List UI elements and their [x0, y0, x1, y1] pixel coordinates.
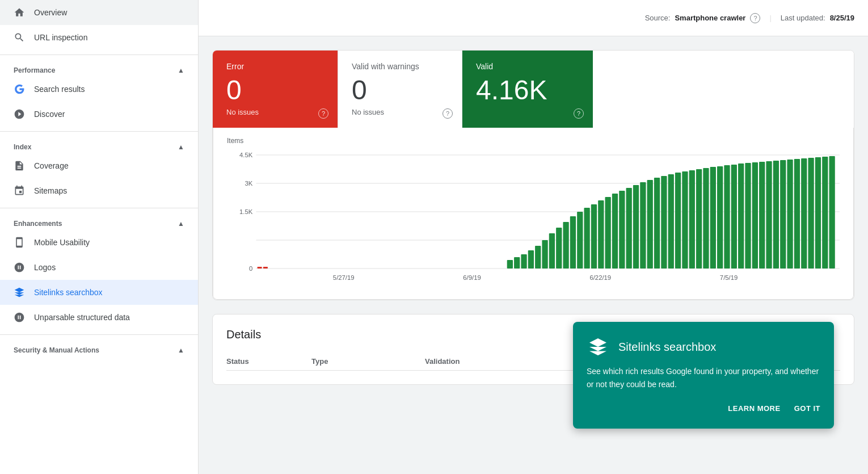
svg-rect-24: [598, 200, 604, 269]
security-chevron: ▲: [178, 346, 184, 354]
sidebar-item-coverage[interactable]: Coverage: [0, 153, 198, 178]
sidebar-item-overview[interactable]: Overview: [0, 0, 198, 25]
logos-icon: [14, 262, 25, 273]
svg-rect-50: [780, 160, 786, 269]
coverage-icon: [14, 160, 25, 171]
svg-rect-57: [829, 156, 835, 269]
svg-rect-9: [257, 267, 262, 269]
source-help-icon[interactable]: ?: [750, 13, 760, 23]
svg-rect-56: [822, 157, 828, 269]
svg-rect-21: [577, 212, 583, 269]
warning-card: Valid with warnings 0 No issues ?: [338, 51, 462, 128]
url-inspection-label: URL inspection: [34, 33, 87, 42]
main-content: Source: Smartphone crawler ? | Last upda…: [199, 0, 868, 474]
svg-text:3K: 3K: [245, 180, 252, 187]
source-label: Source:: [645, 14, 671, 22]
svg-rect-29: [633, 185, 639, 269]
svg-rect-55: [815, 157, 821, 269]
svg-rect-22: [584, 208, 589, 269]
svg-rect-52: [794, 159, 800, 269]
sidebar-item-sitelinks-searchbox[interactable]: Sitelinks searchbox: [0, 280, 198, 305]
error-value: 0: [226, 75, 324, 106]
security-section-header[interactable]: Security & Manual Actions ▲: [0, 339, 198, 356]
svg-rect-20: [570, 216, 576, 269]
warning-value: 0: [352, 75, 448, 106]
unparsable-label: Unparsable structured data: [34, 313, 130, 322]
svg-rect-49: [773, 161, 779, 269]
tooltip-title: Sitelinks searchbox: [618, 341, 716, 354]
svg-rect-11: [507, 260, 513, 269]
sidebar-item-mobile-usability[interactable]: Mobile Usability: [0, 230, 198, 255]
svg-rect-48: [766, 161, 772, 269]
logos-label: Logos: [34, 263, 56, 272]
last-updated-label: Last updated:: [781, 14, 825, 22]
sidebar-item-search-results[interactable]: Search results: [0, 77, 198, 102]
unparsable-icon: [14, 312, 25, 323]
svg-rect-15: [535, 246, 541, 269]
performance-label: Performance: [14, 66, 55, 74]
svg-rect-45: [745, 163, 751, 269]
svg-rect-27: [619, 191, 625, 269]
chart-container: Items 4.5K 3K 1.5K 0: [213, 128, 854, 300]
discover-label: Discover: [34, 110, 65, 119]
tooltip-overlay: Sitelinks searchbox See which rich resul…: [573, 322, 834, 429]
svg-text:7/5/19: 7/5/19: [720, 274, 738, 281]
svg-text:5/27/19: 5/27/19: [333, 274, 355, 281]
chart-svg: 4.5K 3K 1.5K 0: [227, 149, 840, 286]
svg-rect-39: [703, 168, 709, 269]
error-subtitle: No issues: [226, 108, 324, 116]
security-label: Security & Manual Actions: [14, 346, 99, 354]
error-title: Error: [226, 62, 324, 71]
svg-rect-30: [640, 182, 646, 269]
sitemaps-icon: [14, 185, 25, 196]
svg-rect-26: [612, 194, 618, 269]
warning-help-icon[interactable]: ?: [443, 108, 453, 119]
svg-rect-25: [605, 197, 611, 269]
tooltip-body: See which rich results Google found in y…: [587, 365, 820, 391]
svg-rect-17: [549, 233, 555, 269]
index-label: Index: [14, 143, 31, 151]
svg-text:0: 0: [249, 265, 252, 272]
col-type-header: Type: [311, 357, 425, 366]
svg-rect-19: [563, 222, 568, 269]
error-card: Error 0 No issues ?: [213, 51, 338, 128]
svg-rect-12: [514, 257, 520, 269]
learn-more-button[interactable]: LEARN MORE: [728, 402, 780, 415]
svg-rect-47: [759, 162, 765, 269]
error-help-icon[interactable]: ?: [318, 108, 328, 119]
valid-card: Valid 4.16K ?: [462, 51, 593, 128]
svg-rect-46: [752, 162, 758, 269]
enhancements-section-header[interactable]: Enhancements ▲: [0, 213, 198, 230]
google-icon: [14, 83, 25, 95]
svg-text:1.5K: 1.5K: [239, 208, 253, 215]
svg-rect-16: [542, 240, 547, 269]
status-cards: Error 0 No issues ? Valid with warnings …: [213, 51, 854, 128]
enhancements-chevron: ▲: [178, 220, 184, 228]
chart-y-label: Items: [227, 137, 840, 145]
svg-rect-42: [724, 165, 730, 269]
sidebar-item-sitemaps[interactable]: Sitemaps: [0, 178, 198, 203]
index-section-header[interactable]: Index ▲: [0, 136, 198, 153]
svg-rect-31: [647, 180, 653, 269]
index-chevron: ▲: [178, 143, 184, 151]
enhancements-label: Enhancements: [14, 220, 62, 228]
overview-label: Overview: [34, 8, 67, 17]
sidebar-item-logos[interactable]: Logos: [0, 255, 198, 280]
performance-chevron: ▲: [178, 66, 184, 74]
svg-rect-38: [696, 169, 702, 269]
svg-rect-44: [738, 163, 744, 269]
sidebar-item-unparsable[interactable]: Unparsable structured data: [0, 305, 198, 330]
svg-rect-35: [675, 173, 681, 269]
home-icon: [14, 7, 25, 18]
sidebar-item-url-inspection[interactable]: URL inspection: [0, 25, 198, 50]
svg-text:6/22/19: 6/22/19: [589, 274, 611, 281]
svg-rect-36: [682, 171, 688, 269]
performance-section-header[interactable]: Performance ▲: [0, 60, 198, 77]
sidebar-item-discover[interactable]: Discover: [0, 102, 198, 127]
coverage-label: Coverage: [34, 161, 69, 170]
svg-text:6/9/19: 6/9/19: [463, 274, 481, 281]
valid-help-icon[interactable]: ?: [574, 108, 584, 119]
svg-text:4.5K: 4.5K: [239, 152, 253, 158]
got-it-button[interactable]: GOT IT: [794, 402, 820, 415]
svg-rect-51: [787, 160, 793, 269]
